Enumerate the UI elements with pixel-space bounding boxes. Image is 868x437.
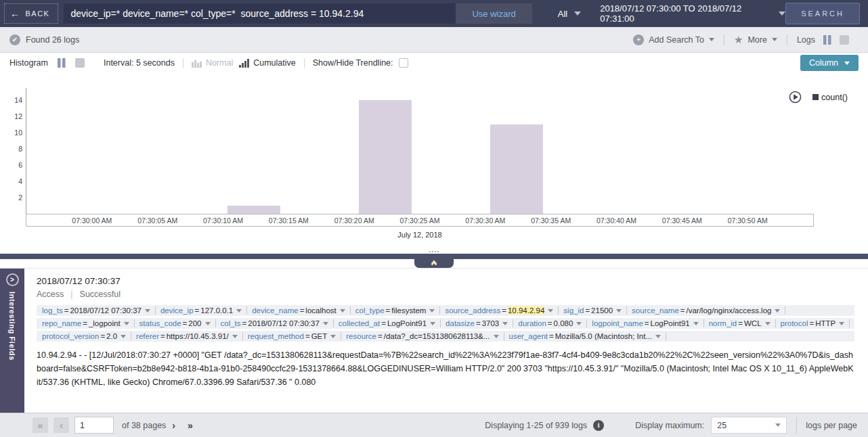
chevron-down-icon[interactable] xyxy=(765,322,771,325)
field-tag-resource[interactable]: resource=/data?_dc=1531380628113&... xyxy=(346,332,498,340)
search-button[interactable]: SEARCH xyxy=(785,3,860,24)
field-equals: = xyxy=(378,332,383,340)
chevron-down-icon[interactable] xyxy=(655,335,661,338)
repo-scope-dropdown[interactable]: All xyxy=(558,9,581,19)
chevron-down-icon[interactable] xyxy=(205,322,211,325)
log-timestamp: 2018/07/12 07:30:37 xyxy=(37,276,854,286)
chevron-down-icon[interactable] xyxy=(236,309,242,313)
field-tag-col_type[interactable]: col_type=filesystem xyxy=(355,306,435,315)
last-page-button[interactable]: » xyxy=(188,420,193,431)
chevron-down-icon[interactable] xyxy=(502,322,508,325)
chevron-down-icon[interactable] xyxy=(121,335,126,338)
info-icon[interactable]: i xyxy=(593,420,604,431)
time-range-dropdown[interactable]: 2018/07/12 07:30:00 TO 2018/07/12 07:31:… xyxy=(600,3,785,24)
field-tag-log_ts[interactable]: log_ts=2018/07/12 07:30:37 xyxy=(42,306,150,315)
x-axis-tick-label: 07:30:50 AM xyxy=(728,216,768,225)
raw-log-message: 10.94.2.94 - - [12/Jul/2018:07:30:27 +00… xyxy=(37,349,854,389)
chart-plot: 2468101214 xyxy=(26,88,814,214)
chevron-down-icon[interactable] xyxy=(430,322,435,325)
histogram-grid-view-icon[interactable] xyxy=(75,58,85,68)
splitter-bar[interactable] xyxy=(0,254,868,259)
field-tag-norm_id[interactable]: norm_id=WCL xyxy=(709,319,771,327)
use-wizard-link[interactable]: Use wizard xyxy=(456,3,531,24)
chevron-down-icon[interactable] xyxy=(494,335,499,338)
chevron-down-icon[interactable] xyxy=(330,335,336,338)
chevron-down-icon[interactable] xyxy=(839,322,844,325)
expand-circle-icon[interactable]: > xyxy=(6,273,19,286)
pagination-bar: « ‹ of 38 pages › » Displaying 1-25 of 9… xyxy=(0,413,868,437)
chevron-down-icon xyxy=(775,423,781,427)
field-tag-referer[interactable]: referer=https://10.45.3.91/ xyxy=(136,332,238,340)
field-tag-col_ts[interactable]: col_ts=2018/07/12 07:30:37 xyxy=(221,319,328,327)
histogram-columns-view-icon[interactable] xyxy=(57,58,66,68)
field-tag-device_ip[interactable]: device_ip=127.0.0.1 xyxy=(160,306,242,315)
field-tag-source_address[interactable]: source_address=10.94.2.94 xyxy=(445,306,553,315)
field-key: device_name xyxy=(252,306,298,315)
cumulative-mode-label: Cumulative xyxy=(253,58,296,68)
field-tag-datasize[interactable]: datasize=3703 xyxy=(446,319,508,327)
field-equals: = xyxy=(386,306,391,315)
next-page-button[interactable]: › xyxy=(172,420,175,431)
trendline-checkbox[interactable] xyxy=(399,58,408,68)
x-axis-tick-label: 07:30:15 AM xyxy=(269,216,309,225)
ascending-bars-icon xyxy=(239,59,249,68)
chevron-down-icon[interactable] xyxy=(693,322,699,325)
x-axis-strip[interactable]: 07:30:00 AM07:30:05 AM07:30:10 AM07:30:1… xyxy=(26,214,814,227)
chevron-down-icon[interactable] xyxy=(775,309,780,313)
x-axis-tick-label: 07:30:45 AM xyxy=(662,216,702,225)
search-query-input[interactable] xyxy=(64,3,456,24)
field-key: resource xyxy=(346,332,376,340)
normal-mode-button[interactable]: Normal xyxy=(192,58,233,68)
chevron-down-icon[interactable] xyxy=(232,335,238,338)
found-logs-status: ✔ Found 26 logs xyxy=(9,34,79,45)
check-circle-icon: ✔ xyxy=(9,34,20,45)
field-tag-device_name[interactable]: device_name=localhost xyxy=(252,306,345,315)
chevron-down-icon[interactable] xyxy=(323,322,328,325)
add-search-to-dropdown[interactable]: + Add Search To xyxy=(624,34,724,45)
field-tag-repo_name[interactable]: repo_name=_logpoint xyxy=(42,319,129,327)
first-page-button[interactable]: « xyxy=(32,417,48,433)
field-tag-request_method[interactable]: request_method=GET xyxy=(248,332,336,340)
chart-type-column-button[interactable]: Column xyxy=(800,55,859,71)
field-value: 2018/07/12 07:30:37 xyxy=(70,306,142,315)
field-tag-row: repo_name=_logpointstatus_code=200col_ts… xyxy=(37,318,854,329)
cumulative-mode-button[interactable]: Cumulative xyxy=(239,58,296,68)
interesting-fields-strip[interactable]: > Interesting Fields xyxy=(0,269,24,413)
field-tag-user_agent[interactable]: user_agent=Mozilla/5.0 (Macintosh; Int..… xyxy=(509,332,661,340)
collapse-histogram-button[interactable] xyxy=(414,259,454,268)
field-key: norm_id xyxy=(709,319,737,327)
chevron-down-icon[interactable] xyxy=(548,309,553,313)
result-status-bar: ✔ Found 26 logs + Add Search To ★ More L… xyxy=(0,27,868,53)
tag-separator xyxy=(558,306,559,315)
chevron-down-icon[interactable] xyxy=(340,309,345,313)
chevron-down-icon[interactable] xyxy=(616,309,622,313)
field-key: request_method xyxy=(248,332,304,340)
page-number-input[interactable] xyxy=(74,417,114,434)
field-tag-source_name[interactable]: source_name=/var/log/nginx/access.log xyxy=(632,306,780,315)
field-tag-status_code[interactable]: status_code=200 xyxy=(139,319,211,327)
field-tag-collected_at[interactable]: collected_at=LogPoint91 xyxy=(339,319,435,327)
chevron-down-icon[interactable] xyxy=(124,322,129,325)
histogram-bar-073030AM[interactable] xyxy=(490,124,543,214)
field-value: filesystem xyxy=(391,306,426,315)
grid-view-icon[interactable] xyxy=(840,35,849,45)
back-button[interactable]: ← BACK xyxy=(4,3,58,24)
field-tag-logpoint_name[interactable]: logpoint_name=LogPoint91 xyxy=(592,319,698,327)
display-maximum-select[interactable]: 25 xyxy=(711,417,787,434)
tag-separator xyxy=(215,319,216,327)
chevron-down-icon[interactable] xyxy=(576,322,582,325)
columns-view-icon[interactable] xyxy=(823,35,832,45)
histogram-bar-073010AM[interactable] xyxy=(227,206,280,214)
histogram-bar-073020AM[interactable] xyxy=(359,100,412,214)
field-tag-sig_id[interactable]: sig_id=21500 xyxy=(563,306,622,315)
logs-label: Logs xyxy=(797,35,815,45)
histogram-chart: count() 2468101214 07:30:00 AM07:30:05 A… xyxy=(0,73,868,250)
chevron-down-icon[interactable] xyxy=(429,309,435,313)
more-dropdown[interactable]: ★ More xyxy=(724,34,787,46)
field-tag-protocol[interactable]: protocol=HTTP xyxy=(781,319,845,327)
prev-page-button[interactable]: ‹ xyxy=(53,417,69,433)
field-tag-protocol_version[interactable]: protocol_version=2.0 xyxy=(42,332,126,340)
field-tag-duration[interactable]: duration=0.080 xyxy=(518,319,582,327)
display-maximum-value: 25 xyxy=(717,421,726,430)
chevron-down-icon[interactable] xyxy=(145,309,150,313)
